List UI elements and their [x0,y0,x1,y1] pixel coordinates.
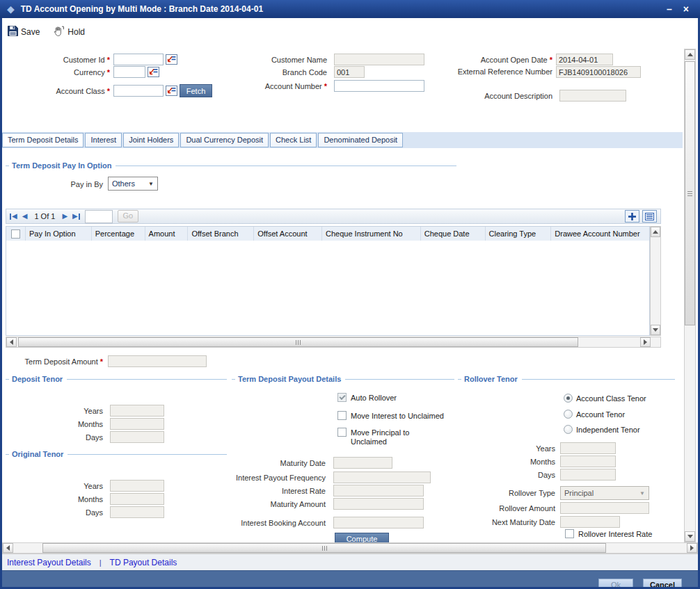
previous-page-button[interactable]: ◀ [22,213,28,220]
tab-term-deposit-details[interactable]: Term Deposit Details [2,133,83,147]
grid-body [6,241,650,336]
rollover-months-input [560,455,616,467]
column-header-cheque-date: Cheque Date [421,227,486,241]
rollover-interest-rate-checkbox[interactable] [565,529,574,538]
grid-scroll-down-button[interactable] [651,325,660,335]
chevron-down-icon: ▼ [148,181,154,187]
grid-scroll-up-button[interactable] [651,227,660,237]
customer-name-label: Customer Name [230,56,327,65]
save-button[interactable]: Save [8,26,40,38]
fetch-button[interactable]: Fetch [180,84,212,97]
list-icon [645,213,654,220]
main-scroll-down-button[interactable] [685,531,695,542]
column-header-cheque-instrument-no: Cheque Instrument No [322,227,421,241]
independent-tenor-radio[interactable] [564,425,573,434]
deposit-tenor-months-input [110,418,164,430]
page-number-input[interactable] [85,210,113,223]
section-term-deposit-pay-in-option: Term Deposit Pay In Option [6,161,456,170]
branch-code-input [334,66,365,78]
maturity-date-label: Maturity Date [223,459,326,468]
column-header-offset-branch: Offset Branch [188,227,254,241]
interest-booking-account-input [333,517,424,529]
external-reference-label: External Reference Number [445,67,552,76]
customer-id-lov-button[interactable] [166,54,177,65]
deposit-tenor-years-label: Years [6,407,103,416]
grid-scroll-right-button[interactable] [640,337,651,347]
move-principal-to-unclaimed-checkbox[interactable] [337,428,347,437]
main-horizontal-scrollbar[interactable] [2,542,698,554]
main-scroll-right-button[interactable] [687,543,697,553]
account-class-tenor-label: Account Class Tenor [576,394,646,403]
auto-rollover-checkbox [337,393,347,402]
single-view-button[interactable] [642,210,657,223]
deposit-tenor-months-label: Months [6,420,103,429]
maturity-amount-input [333,498,424,510]
grid-horizontal-scrollbar[interactable] [6,337,661,348]
column-header-amount: Amount [145,227,189,241]
column-header-pay-in-option: Pay In Option [26,227,92,241]
last-page-button[interactable]: ▶ [72,213,80,220]
pay-in-by-select[interactable]: Others ▼ [108,177,158,191]
move-interest-to-unclaimed-label: Move Interest to Unclaimed [351,412,444,421]
main-hscroll-thumb[interactable] [42,543,606,553]
first-page-button[interactable]: ◀ [10,213,17,220]
section-rollover-tenor: Rollover Tenor [458,375,675,383]
account-class-input[interactable] [113,85,164,97]
tab-interest[interactable]: Interest [85,133,122,147]
grid-vertical-scrollbar[interactable] [650,226,661,336]
interest-payout-frequency-input [333,471,431,483]
move-principal-to-unclaimed-label: Move Principal to Unclaimed [351,428,429,446]
account-class-lov-button[interactable] [166,86,177,96]
account-class-label: Account Class* [6,87,110,96]
section-original-tenor: Original Tenor [6,450,227,458]
account-open-date-input [556,54,613,65]
grid-hscroll-thumb[interactable] [18,337,578,347]
td-payout-details-link[interactable]: TD Payout Details [110,558,177,567]
term-deposit-amount-label: Term Deposit Amount* [6,357,103,366]
add-row-button[interactable] [625,210,639,223]
hold-button[interactable]: Hold [54,26,85,39]
currency-input[interactable] [113,66,145,78]
tab-dual-currency-deposit[interactable]: Dual Currency Deposit [180,133,269,147]
grid-toolbar: ◀ ◀ 1 Of 1 ▶ ▶ Go [6,209,661,224]
main-vertical-scrollbar[interactable] [684,49,696,542]
plus-icon [628,212,637,221]
grid-scroll-left-button[interactable] [6,337,17,347]
main-scroll-left-button[interactable] [3,543,13,553]
main-scroll-up-button[interactable] [685,49,695,60]
original-tenor-years-input [110,480,164,492]
section-deposit-tenor: Deposit Tenor [6,375,227,383]
save-label: Save [21,27,40,37]
account-class-tenor-radio[interactable] [564,394,573,403]
tab-denominated-deposit[interactable]: Denominated Deposit [318,133,403,147]
application-window: ◆ TD Account Opening by Multi Mode : Bra… [0,0,700,589]
tab-joint-holders[interactable]: Joint Holders [123,133,179,147]
interest-rate-label: Interest Rate [223,487,326,496]
independent-tenor-label: Independent Tenor [576,426,640,435]
rollover-days-input [560,469,616,481]
footer-links-bar: Interest Payout Details | TD Payout Deta… [2,554,698,570]
footer-bar: Ok Cancel [2,570,698,589]
interest-payout-details-link[interactable]: Interest Payout Details [7,558,91,567]
next-page-button[interactable]: ▶ [62,213,67,220]
hold-label: Hold [67,27,85,37]
move-interest-to-unclaimed-checkbox[interactable] [337,411,347,420]
account-description-input [559,90,626,102]
next-maturity-date-input [560,516,620,528]
link-separator: | [100,558,102,567]
select-all-checkbox[interactable] [11,229,20,239]
account-number-input[interactable] [334,80,424,92]
account-description-label: Account Description [445,92,552,101]
customer-id-input[interactable] [113,54,164,65]
page-indicator: 1 Of 1 [34,212,55,220]
account-tenor-radio[interactable] [564,410,573,419]
tab-check-list[interactable]: Check List [270,133,317,147]
column-header-drawee-account-number: Drawee Account Number [551,227,649,241]
auto-rollover-label: Auto Rollover [351,394,397,403]
save-floppy-icon [8,26,18,38]
currency-lov-button[interactable] [148,67,159,77]
close-button[interactable]: × [683,4,689,14]
main-vscroll-thumb[interactable] [685,61,695,325]
rollover-days-label: Days [458,471,555,480]
minimize-button[interactable]: – [667,4,672,14]
